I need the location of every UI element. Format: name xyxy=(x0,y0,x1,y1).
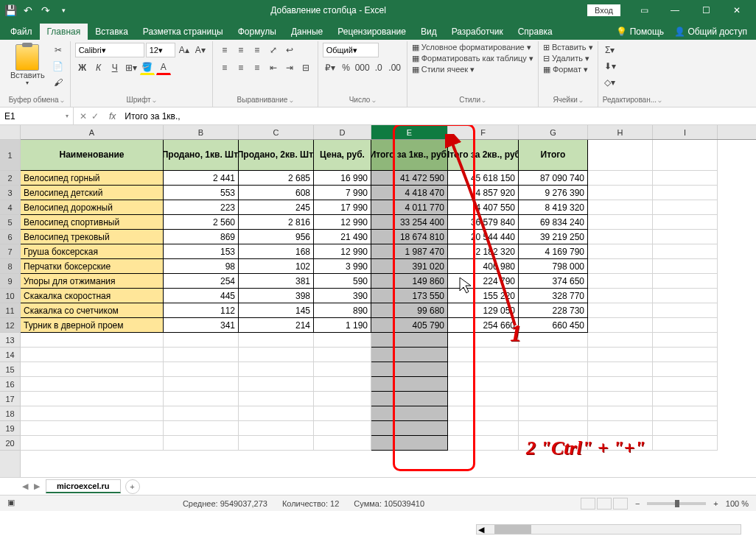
cell[interactable] xyxy=(164,406,239,421)
merge-icon[interactable]: ⊟ xyxy=(298,60,313,75)
cell[interactable] xyxy=(653,318,718,333)
cell[interactable] xyxy=(448,377,519,392)
row-header[interactable]: 19 xyxy=(0,421,20,436)
decrease-font-icon[interactable]: A▾ xyxy=(193,43,208,57)
column-header-E[interactable]: E xyxy=(371,125,448,139)
cell[interactable]: 69 834 240 xyxy=(519,215,588,230)
cell[interactable] xyxy=(588,406,653,421)
cell[interactable] xyxy=(653,171,718,186)
column-header-F[interactable]: F xyxy=(448,125,519,139)
cell[interactable]: 145 xyxy=(239,303,314,318)
font-size-select[interactable]: 12 ▾ xyxy=(146,43,175,57)
cell[interactable] xyxy=(314,406,371,421)
cell[interactable] xyxy=(653,362,718,377)
cell[interactable]: 20 544 440 xyxy=(448,230,519,244)
align-left-icon[interactable]: ≡ xyxy=(217,60,232,75)
cell[interactable] xyxy=(239,421,314,436)
add-sheet-button[interactable]: + xyxy=(125,479,140,494)
cell[interactable] xyxy=(314,392,371,406)
record-macro-icon[interactable]: ▣ xyxy=(7,498,19,509)
cell[interactable]: 18 674 810 xyxy=(371,230,448,244)
cell[interactable] xyxy=(519,333,588,348)
cell[interactable]: 328 770 xyxy=(519,289,588,303)
row-header[interactable]: 18 xyxy=(0,406,20,421)
increase-indent-icon[interactable]: ⇥ xyxy=(282,60,297,75)
cell[interactable] xyxy=(653,140,718,171)
cell[interactable] xyxy=(588,421,653,436)
column-header-D[interactable]: D xyxy=(314,125,371,139)
cell[interactable] xyxy=(371,421,448,436)
login-button[interactable]: Вход xyxy=(587,4,620,16)
cell[interactable]: Велосипед спортивный xyxy=(21,215,164,230)
cell[interactable] xyxy=(239,377,314,392)
table-header-cell[interactable]: Продано, 1кв. Шт. xyxy=(164,140,239,171)
table-header-cell[interactable]: Наименование xyxy=(21,140,164,171)
borders-icon[interactable]: ⊞▾ xyxy=(124,60,139,75)
cell[interactable] xyxy=(371,377,448,392)
cell[interactable] xyxy=(588,186,653,200)
cell[interactable]: 391 020 xyxy=(371,259,448,274)
cell[interactable]: 374 650 xyxy=(519,274,588,289)
cell[interactable] xyxy=(448,392,519,406)
cell[interactable] xyxy=(371,348,448,362)
cell[interactable]: 129 050 xyxy=(448,303,519,318)
cell[interactable]: Велосипед трековый xyxy=(21,230,164,244)
cell[interactable]: 590 xyxy=(314,274,371,289)
page-layout-view-icon[interactable] xyxy=(597,498,612,509)
column-header-I[interactable]: I xyxy=(653,125,718,139)
cell[interactable] xyxy=(588,215,653,230)
decrease-indent-icon[interactable]: ⇤ xyxy=(266,60,281,75)
cell[interactable] xyxy=(588,259,653,274)
cell[interactable]: 660 450 xyxy=(519,318,588,333)
row-header[interactable]: 2 xyxy=(0,171,20,186)
row-header[interactable]: 5 xyxy=(0,215,20,230)
table-header-cell[interactable]: Продано, 2кв. Шт. xyxy=(239,140,314,171)
cell[interactable]: 890 xyxy=(314,303,371,318)
cell[interactable]: 99 680 xyxy=(371,303,448,318)
column-header-C[interactable]: C xyxy=(239,125,314,139)
cell[interactable] xyxy=(21,333,164,348)
decrease-decimal-icon[interactable]: .00 xyxy=(388,60,402,75)
cell[interactable]: Скакалка скоростная xyxy=(21,289,164,303)
cell[interactable] xyxy=(588,333,653,348)
row-header[interactable]: 10 xyxy=(0,289,20,303)
cell[interactable]: Турник в дверной проем xyxy=(21,318,164,333)
cell[interactable]: 17 990 xyxy=(314,200,371,215)
cell[interactable] xyxy=(653,230,718,244)
cell[interactable]: Велосипед горный xyxy=(21,171,164,186)
cell[interactable]: 12 990 xyxy=(314,244,371,259)
cell[interactable] xyxy=(448,333,519,348)
row-header[interactable]: 3 xyxy=(0,186,20,200)
cell[interactable] xyxy=(239,406,314,421)
cell[interactable]: 3 990 xyxy=(314,259,371,274)
cell[interactable]: 39 219 250 xyxy=(519,230,588,244)
page-break-view-icon[interactable] xyxy=(613,498,628,509)
cell[interactable] xyxy=(653,274,718,289)
cell[interactable]: 341 xyxy=(164,318,239,333)
cancel-formula-icon[interactable]: ✕ xyxy=(80,111,87,121)
cell[interactable]: Перчатки боксерские xyxy=(21,259,164,274)
cell[interactable] xyxy=(588,274,653,289)
cell[interactable] xyxy=(588,140,653,171)
row-header[interactable]: 1 xyxy=(0,140,20,171)
cell[interactable] xyxy=(448,421,519,436)
cell[interactable]: 4 407 550 xyxy=(448,200,519,215)
currency-icon[interactable]: ₽▾ xyxy=(323,60,337,75)
cell[interactable] xyxy=(653,303,718,318)
cell[interactable] xyxy=(21,436,164,451)
align-top-icon[interactable]: ≡ xyxy=(217,43,232,57)
cell[interactable]: 33 254 400 xyxy=(371,215,448,230)
cell[interactable]: 153 xyxy=(164,244,239,259)
cell[interactable] xyxy=(164,392,239,406)
normal-view-icon[interactable] xyxy=(581,498,595,509)
share-button[interactable]: 👤 Общий доступ xyxy=(674,27,747,37)
cell[interactable] xyxy=(314,377,371,392)
cell[interactable] xyxy=(164,333,239,348)
cell[interactable]: 2 560 xyxy=(164,215,239,230)
redo-icon[interactable]: ↷ xyxy=(40,4,52,16)
cell[interactable]: 224 790 xyxy=(448,274,519,289)
column-header-B[interactable]: B xyxy=(164,125,239,139)
cell[interactable]: 87 090 740 xyxy=(519,171,588,186)
accept-formula-icon[interactable]: ✓ xyxy=(91,111,99,121)
save-icon[interactable]: 💾 xyxy=(4,4,16,16)
